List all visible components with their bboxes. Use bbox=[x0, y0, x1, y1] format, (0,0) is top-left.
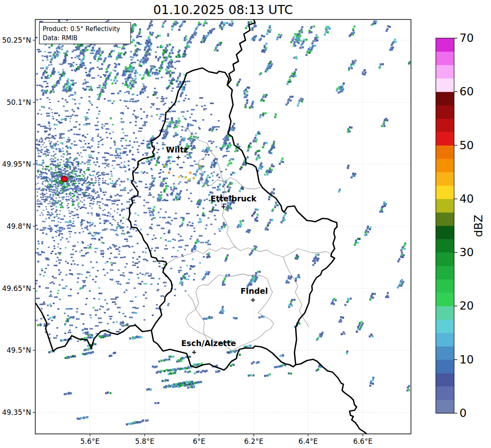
colorbar-segment bbox=[436, 119, 454, 132]
colorbar-tick-label: 70 bbox=[459, 31, 474, 44]
city-plus-marker bbox=[176, 155, 180, 160]
y-tick-label: 49.5°N bbox=[7, 346, 31, 354]
colorbar-segment bbox=[436, 226, 454, 240]
product-info-box: Product: 0.5° Reflectivity Data: RMIB bbox=[39, 22, 131, 44]
colorbar-segment bbox=[436, 199, 454, 213]
colorbar-segment bbox=[436, 159, 454, 172]
y-tick-label: 49.8°N bbox=[7, 222, 31, 230]
radar-viewer: 01.10.2025 08:13 UTC WiltzEttelbruckFind… bbox=[0, 0, 491, 448]
radar-echo-layer bbox=[35, 19, 411, 425]
colorbar-tick-label: 50 bbox=[459, 139, 474, 152]
colorbar-segment bbox=[436, 186, 454, 199]
map-title: 01.10.2025 08:13 UTC bbox=[153, 2, 293, 17]
city-plus-marker bbox=[192, 350, 196, 354]
colorbar-segment bbox=[436, 252, 454, 266]
colorbar-segment bbox=[436, 360, 454, 373]
x-tick-label: 5.8°E bbox=[135, 437, 154, 446]
colorbar-segment bbox=[436, 400, 454, 414]
district-border-line bbox=[283, 257, 309, 327]
y-tick-label: 49.35°N bbox=[2, 408, 31, 417]
colorbar-segment bbox=[436, 105, 454, 119]
colorbar-segment bbox=[436, 78, 454, 92]
colorbar-segment bbox=[436, 132, 454, 145]
x-axis: 5.6°E5.8°E6°E6.2°E6.4°E6.6°E bbox=[80, 434, 372, 446]
x-tick-label: 6.4°E bbox=[299, 437, 318, 446]
city-label-findel: Findel bbox=[241, 286, 268, 302]
y-tick-label: 50.1°N bbox=[7, 98, 31, 107]
data-source-label: Data: RMIB bbox=[43, 34, 78, 42]
neighbor-border-line bbox=[296, 359, 367, 434]
x-tick-label: 6.6°E bbox=[353, 437, 372, 446]
city-label-ettelbruck: Ettelbruck bbox=[211, 194, 257, 209]
colorbar-segment bbox=[436, 373, 454, 387]
colorbar-segment bbox=[436, 346, 454, 360]
colorbar-tick-label: 10 bbox=[459, 353, 474, 366]
colorbar-tick-label: 0 bbox=[459, 407, 467, 419]
colorbar-segment bbox=[436, 38, 454, 52]
colorbar-segment bbox=[436, 333, 454, 346]
colorbar-units-label: dBZ bbox=[472, 215, 485, 237]
x-tick-label: 5.6°E bbox=[80, 437, 100, 446]
colorbar-segment bbox=[436, 279, 454, 293]
colorbar-tick-label: 20 bbox=[459, 299, 474, 312]
city-labels: WiltzEttelbruckFindelEsch/Alzette bbox=[166, 145, 268, 354]
city-name: Findel bbox=[241, 286, 268, 295]
city-name: Ettelbruck bbox=[211, 194, 257, 203]
colorbar-segment bbox=[436, 386, 454, 400]
grid-lines bbox=[35, 19, 411, 434]
luxembourg-border bbox=[129, 68, 337, 370]
neighbor-border-line bbox=[227, 19, 255, 85]
city-name: Wiltz bbox=[166, 145, 188, 154]
plot-frame bbox=[35, 19, 411, 434]
colorbar-segment bbox=[436, 65, 454, 79]
colorbar-segment bbox=[436, 293, 454, 306]
y-tick-label: 49.65°N bbox=[2, 284, 31, 293]
x-tick-label: 6.2°E bbox=[244, 437, 263, 446]
y-axis: 50.25°N50.1°N49.95°N49.8°N49.65°N49.5°N4… bbox=[2, 36, 35, 417]
colorbar-segment bbox=[436, 145, 454, 159]
colorbar-segment bbox=[436, 212, 454, 226]
y-tick-label: 49.95°N bbox=[2, 160, 31, 168]
colorbar-segment bbox=[436, 92, 454, 105]
colorbar-segment bbox=[436, 172, 454, 186]
city-name: Esch/Alzette bbox=[181, 339, 236, 348]
colorbar-tick-label: 60 bbox=[459, 85, 474, 98]
x-tick-label: 6°E bbox=[193, 437, 205, 446]
colorbar-tick-label: 40 bbox=[459, 192, 474, 205]
colorbar-segment bbox=[436, 51, 454, 65]
colorbar-segment bbox=[436, 266, 454, 279]
radar-map-canvas: 01.10.2025 08:13 UTC WiltzEttelbruckFind… bbox=[0, 0, 491, 448]
product-label: Product: 0.5° Reflectivity bbox=[43, 25, 120, 33]
colorbar: 010203040506070 bbox=[436, 31, 474, 419]
colorbar-segment bbox=[436, 239, 454, 253]
y-tick-label: 50.25°N bbox=[2, 36, 31, 44]
radar-location-dot bbox=[61, 176, 68, 182]
city-plus-marker bbox=[251, 298, 255, 302]
colorbar-segment bbox=[436, 306, 454, 320]
colorbar-tick-label: 30 bbox=[459, 246, 474, 259]
colorbar-segment bbox=[436, 320, 454, 333]
